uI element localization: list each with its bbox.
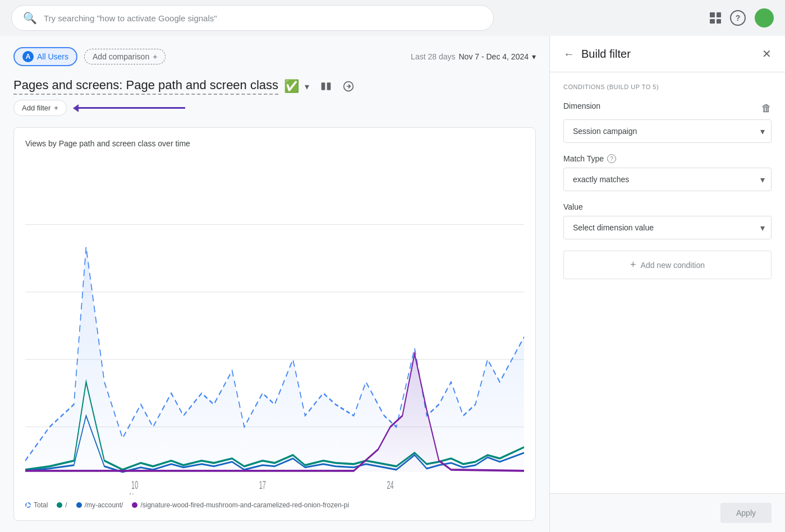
panel-content: CONDITIONS (BUILD UP TO 5) Dimension 🗑 S…	[550, 72, 785, 493]
add-condition-plus-icon: +	[630, 259, 636, 271]
search-bar[interactable]: 🔍 Try searching "how to activate Google …	[11, 5, 494, 31]
date-range-value: Nov 7 - Dec 4, 2024	[458, 52, 529, 61]
main-layout: A All Users Add comparison + Last 28 day…	[0, 36, 785, 532]
legend-myaccount-label: /my-account/	[85, 501, 123, 509]
left-content: A All Users Add comparison + Last 28 day…	[0, 36, 549, 532]
segment-letter: A	[22, 51, 34, 62]
search-placeholder: Try searching "how to activate Google si…	[44, 13, 217, 23]
add-comparison-button[interactable]: Add comparison +	[84, 49, 166, 64]
filter-bar: Add filter +	[13, 100, 536, 116]
svg-text:Nov: Nov	[130, 491, 140, 494]
chart-title: Views by Page path and screen class over…	[25, 139, 524, 148]
search-icon: 🔍	[23, 11, 37, 25]
segment-label: All Users	[37, 52, 68, 61]
panel-header: ← Build filter ✕	[550, 36, 785, 72]
right-panel: ← Build filter ✕ CONDITIONS (BUILD UP TO…	[549, 36, 785, 532]
check-circle-icon: ✅	[284, 79, 299, 94]
match-type-select-wrapper: exactly matches contains begins with end…	[563, 168, 772, 191]
add-comparison-label: Add comparison	[93, 52, 149, 61]
delete-icon[interactable]: 🗑	[761, 103, 772, 114]
conditions-label: CONDITIONS (BUILD UP TO 5)	[563, 84, 772, 90]
dimension-group: Dimension 🗑 Session campaign ▾	[563, 101, 772, 143]
match-type-label: Match Type ?	[563, 154, 772, 163]
legend-total: Total	[25, 501, 48, 509]
apply-button[interactable]: Apply	[720, 503, 772, 523]
apps-icon[interactable]	[710, 12, 721, 24]
legend-total-icon	[25, 502, 31, 508]
svg-text:10: 10	[131, 478, 138, 491]
value-select-wrapper: Select dimension value ▾	[563, 216, 772, 239]
avatar[interactable]	[755, 8, 774, 27]
legend-myaccount-icon	[76, 502, 82, 508]
close-button[interactable]: ✕	[762, 47, 772, 61]
legend-signature-label: /signature-wood-fired-mushroom-and-caram…	[140, 501, 349, 509]
compare-icon[interactable]	[317, 77, 335, 95]
title-chevron-icon[interactable]: ▾	[305, 81, 309, 92]
back-button[interactable]: ←	[563, 48, 575, 61]
arrow-line	[79, 107, 185, 109]
legend-root-label: /	[65, 501, 67, 509]
match-type-group: Match Type ? exactly matches contains be…	[563, 154, 772, 191]
title-action-icons	[317, 77, 357, 95]
svg-rect-1	[327, 82, 331, 90]
svg-rect-0	[322, 82, 325, 90]
dimension-label: Dimension	[563, 101, 600, 110]
add-filter-button[interactable]: Add filter +	[13, 100, 67, 116]
legend-signature: /signature-wood-fired-mushroom-and-caram…	[132, 501, 349, 509]
legend-signature-icon	[132, 502, 137, 508]
panel-title: Build filter	[581, 48, 755, 61]
dimension-select-wrapper: Session campaign ▾	[563, 119, 772, 143]
share-icon[interactable]	[339, 77, 357, 95]
help-icon[interactable]: ?	[730, 10, 746, 26]
add-condition-label: Add new condition	[641, 261, 705, 270]
segment-bar: A All Users Add comparison + Last 28 day…	[13, 47, 536, 66]
dimension-row: Dimension 🗑	[563, 101, 772, 115]
top-bar: 🔍 Try searching "how to activate Google …	[0, 0, 785, 36]
chart-area: 10 Nov 17 24	[25, 157, 524, 494]
chevron-down-icon: ▾	[532, 52, 536, 61]
panel-footer: Apply	[550, 493, 785, 532]
value-group: Value Select dimension value ▾	[563, 202, 772, 239]
plus-icon: +	[153, 52, 157, 61]
legend-root-icon	[57, 502, 62, 508]
add-filter-label: Add filter	[22, 104, 51, 112]
arrow-indicator	[74, 104, 185, 112]
all-users-segment[interactable]: A All Users	[13, 47, 77, 66]
arrow-head	[73, 104, 79, 112]
match-type-help-icon[interactable]: ?	[607, 154, 616, 163]
dimension-select[interactable]: Session campaign	[563, 119, 772, 143]
report-title: Pages and screens: Page path and screen …	[13, 78, 278, 95]
svg-text:17: 17	[259, 478, 266, 491]
match-type-select[interactable]: exactly matches contains begins with end…	[563, 168, 772, 191]
chart-card: Views by Page path and screen class over…	[13, 127, 536, 521]
plus-icon: +	[54, 104, 58, 112]
date-range-selector[interactable]: Last 28 days Nov 7 - Dec 4, 2024 ▾	[411, 52, 536, 61]
date-label: Last 28 days	[411, 52, 455, 61]
add-condition-button[interactable]: + Add new condition	[563, 251, 772, 279]
legend-total-label: Total	[34, 501, 48, 509]
report-title-area: Pages and screens: Page path and screen …	[13, 77, 536, 95]
value-select[interactable]: Select dimension value	[563, 216, 772, 239]
svg-text:24: 24	[387, 478, 393, 491]
legend-myaccount: /my-account/	[76, 501, 123, 509]
top-right-icons: ?	[710, 8, 774, 27]
chart-legend: Total / /my-account/ /signature-wood-fir…	[25, 501, 524, 509]
value-label: Value	[563, 202, 772, 211]
legend-root: /	[57, 501, 67, 509]
